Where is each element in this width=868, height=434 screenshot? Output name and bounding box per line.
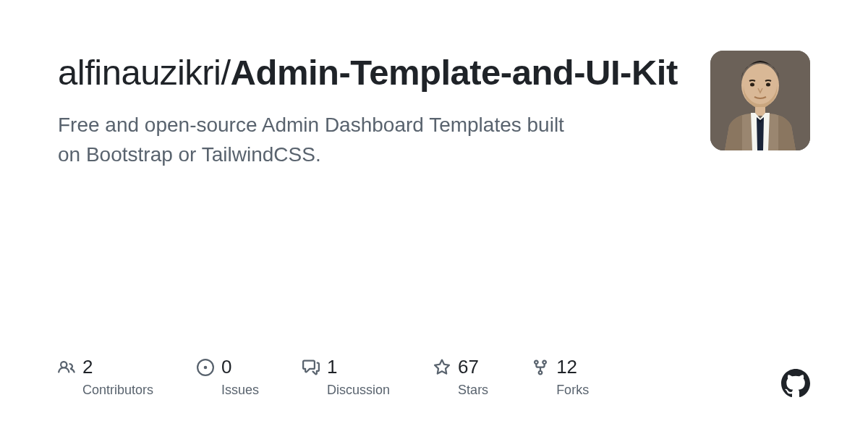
contributors-count: 2 [82, 356, 93, 378]
star-icon [433, 359, 451, 376]
stat-issues[interactable]: 0 Issues [197, 356, 259, 398]
svg-point-2 [750, 83, 754, 87]
discussion-label: Discussion [327, 383, 390, 398]
forks-label: Forks [556, 383, 589, 398]
repo-owner[interactable]: alfinauzikri [58, 53, 221, 92]
discussion-count: 1 [327, 356, 337, 378]
issues-label: Issues [221, 383, 259, 398]
github-logo-icon[interactable] [781, 369, 810, 398]
issues-count: 0 [221, 356, 231, 378]
contributors-label: Contributors [82, 383, 153, 398]
svg-point-1 [741, 64, 779, 107]
title-block: alfinauzikri/Admin-Template-and-UI-Kit F… [58, 51, 681, 169]
header-row: alfinauzikri/Admin-Template-and-UI-Kit F… [58, 51, 810, 169]
people-icon [58, 359, 75, 376]
repo-description: Free and open-source Admin Dashboard Tem… [58, 111, 579, 169]
comment-discussion-icon [302, 359, 320, 376]
stars-label: Stars [458, 383, 488, 398]
stats-row: 2 Contributors 0 Issues 1 Discussion 67 … [58, 356, 810, 398]
repo-name[interactable]: Admin-Template-and-UI-Kit [231, 53, 678, 92]
repo-title: alfinauzikri/Admin-Template-and-UI-Kit [58, 51, 681, 95]
stat-forks[interactable]: 12 Forks [532, 356, 589, 398]
stat-discussion[interactable]: 1 Discussion [302, 356, 390, 398]
repo-forked-icon [532, 359, 549, 376]
avatar[interactable] [710, 51, 810, 150]
stat-stars[interactable]: 67 Stars [433, 356, 488, 398]
repo-separator: / [221, 53, 230, 92]
forks-count: 12 [556, 356, 577, 378]
stat-contributors[interactable]: 2 Contributors [58, 356, 153, 398]
issue-opened-icon [197, 359, 214, 376]
svg-point-3 [766, 83, 770, 87]
svg-rect-4 [755, 107, 765, 116]
stars-count: 67 [458, 356, 479, 378]
